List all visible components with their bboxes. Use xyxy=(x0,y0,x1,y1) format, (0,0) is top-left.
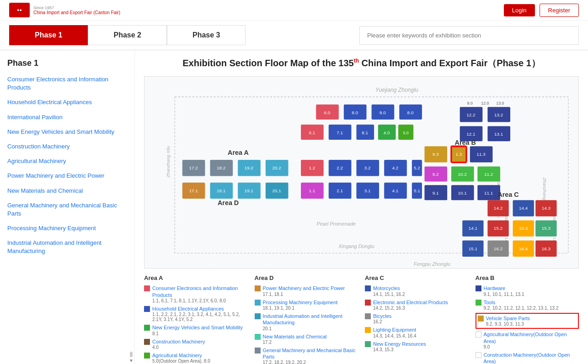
legend-item-construction-a[interactable]: Construction Machinery 4.0 xyxy=(144,338,248,350)
legend-color-new-energy-a xyxy=(144,325,150,331)
legend-text-household: Household Electrical Appliances 1.1, 2.2… xyxy=(152,306,248,322)
legend-item-vehicle-spare[interactable]: Vehicle Spare Parts9.2, 9.3, 10.3, 11.3 xyxy=(476,313,579,329)
svg-text:8.0: 8.0 xyxy=(407,110,414,115)
svg-text:17.2: 17.2 xyxy=(189,165,198,170)
sidebar-scroll-down-arrow[interactable]: ▼ xyxy=(129,358,134,363)
svg-text:12.2: 12.2 xyxy=(466,112,476,117)
legend-area-d: Area D Power Machinery and Electric Powe… xyxy=(255,274,358,364)
legend-item-electronic-c[interactable]: Electronic and Electrical Products14.2, … xyxy=(365,299,469,311)
legend-item-hardware[interactable]: Hardware9.1, 10.1, 11.1, 13.1 xyxy=(476,285,579,296)
sidebar-item-processing-machinery[interactable]: Processing Machinery Equipment xyxy=(7,224,127,232)
svg-text:13.2: 13.2 xyxy=(494,112,503,117)
legend-color-electronic-c xyxy=(365,300,371,306)
legend-item-bicycles[interactable]: Bicycles16.2 xyxy=(365,313,469,324)
legend-color-construction-a xyxy=(144,339,150,345)
sidebar-item-power-machinery[interactable]: Power Machinery and Electric Power xyxy=(7,172,127,180)
legend-color-hardware xyxy=(476,285,481,291)
legend-text-agricultural-a: Agricultural Machinery 5.0(Outdoor Open … xyxy=(152,352,210,364)
legend-item-household[interactable]: Household Electrical Appliances 1.1, 2.2… xyxy=(144,306,248,322)
phase-2-button[interactable]: Phase 2 xyxy=(88,25,166,45)
sidebar-item-construction-machinery[interactable]: Construction Machinery xyxy=(7,142,127,151)
legend-item-motorcycles[interactable]: Motorcycles14.1, 15.1, 16.2 xyxy=(365,285,469,296)
svg-text:8.0: 8.0 xyxy=(352,110,358,115)
svg-text:4.2: 4.2 xyxy=(392,165,399,170)
svg-text:11.2: 11.2 xyxy=(484,172,493,177)
legend-item-materials-d[interactable]: New Materials and Chemical17.2 xyxy=(255,333,358,345)
sidebar-item-general-machinery[interactable]: General Machinery and Mechanical Basic P… xyxy=(7,201,127,218)
sidebar-item-agricultural-machinery[interactable]: Agricultural Machinery xyxy=(7,157,127,165)
legend-area-b: Area B Hardware9.1, 10.1, 11.1, 13.1 Too… xyxy=(476,274,579,364)
legend-color-processing-d xyxy=(255,300,261,306)
svg-text:15.2: 15.2 xyxy=(494,226,503,231)
legend-area-a: Area A Consumer Electronics and Informat… xyxy=(144,274,248,364)
floor-map-svg: Yuejiang Zhonglu Zhanzhang Zhonglu Zhanz… xyxy=(144,76,579,269)
legend-color-power-d xyxy=(255,285,261,291)
search-input[interactable] xyxy=(359,26,579,45)
svg-text:10.1: 10.1 xyxy=(458,190,467,195)
sidebar-item-household[interactable]: Household Electrical Appliances xyxy=(7,98,127,106)
svg-text:1.2: 1.2 xyxy=(309,165,315,170)
svg-text:7.1: 7.1 xyxy=(337,130,343,135)
legend-item-industrial-d[interactable]: Industrial Automation and Intelligent Ma… xyxy=(255,313,358,331)
legend-item-processing-d[interactable]: Processing Machinery Equipment18.1, 19.1… xyxy=(255,299,358,311)
sidebar-item-intl-pavilion[interactable]: International Pavilion xyxy=(7,113,127,121)
legend-item-general-d[interactable]: General Machinery and Mechanical Basic P… xyxy=(255,347,358,364)
sidebar-item-new-energy-vehicles[interactable]: New Energy Vehicles and Smart Mobility xyxy=(7,128,127,136)
svg-text:13.1: 13.1 xyxy=(494,132,503,137)
legend-color-construction-outdoor xyxy=(476,352,481,358)
svg-text:4.1: 4.1 xyxy=(392,188,399,193)
svg-text:Area B: Area B xyxy=(455,139,476,146)
legend-color-vehicle-spare xyxy=(478,316,484,322)
header: ●● Since 1957 China Import and Export Fa… xyxy=(0,0,588,21)
map-title: Exhibition Section Floor Map of the 135t… xyxy=(144,57,579,69)
svg-text:Area A: Area A xyxy=(228,149,249,156)
svg-text:2.2: 2.2 xyxy=(337,165,343,170)
sidebar-item-industrial-automation[interactable]: Industrial Automation and Intelligent Ma… xyxy=(7,239,127,255)
svg-text:20.2: 20.2 xyxy=(272,165,281,170)
legend-text-consumer: Consumer Electronics and Information Pro… xyxy=(152,285,248,303)
legend-area-a-title: Area A xyxy=(144,274,248,281)
legend-color-lighting xyxy=(365,327,371,333)
svg-text:16.4: 16.4 xyxy=(519,246,528,251)
legend-item-consumer[interactable]: Consumer Electronics and Information Pro… xyxy=(144,285,248,303)
legend-area-d-title: Area D xyxy=(255,274,358,281)
header-register-btn[interactable]: Register xyxy=(540,4,579,17)
svg-text:5.1: 5.1 xyxy=(414,188,420,193)
legend-item-new-energy-c[interactable]: New Energy Resources14.3, 15.3 xyxy=(365,341,469,352)
header-login-btn[interactable]: Login xyxy=(504,4,535,16)
logo-text: Since 1957 China Import and Export Fair … xyxy=(33,5,120,15)
sidebar: Phase 1 Consumer Electronics and Informa… xyxy=(0,50,135,364)
sidebar-item-consumer-electronics[interactable]: Consumer Electronics and Information Pro… xyxy=(7,75,127,92)
legend-item-agri-outdoor[interactable]: Agricultural Machinery(Outdoor Open Area… xyxy=(476,331,579,349)
legend-color-agri-outdoor xyxy=(476,332,481,338)
map-superscript: th xyxy=(354,58,359,64)
legend-item-power-d[interactable]: Power Machinery and Electric Power17.1, … xyxy=(255,285,358,296)
svg-text:8.1: 8.1 xyxy=(362,130,368,135)
svg-text:14.1: 14.1 xyxy=(469,226,478,231)
legend-color-general-d xyxy=(255,348,261,353)
svg-text:13.0: 13.0 xyxy=(496,101,504,106)
legend-item-new-energy-a[interactable]: New Energy Vehicles and Smart Mobility 8… xyxy=(144,324,248,336)
svg-text:Area C: Area C xyxy=(497,191,519,198)
sidebar-item-new-materials[interactable]: New Materials and Chemical xyxy=(7,187,127,195)
legend-item-tools[interactable]: Tools9.2, 10.2, 11.2, 12.1, 12.2, 13.1, … xyxy=(476,299,579,311)
svg-text:12.1: 12.1 xyxy=(466,132,476,137)
svg-text:17.1: 17.1 xyxy=(189,188,198,193)
legend-color-motorcycles xyxy=(365,285,371,291)
phase-bar: Phase 1 Phase 2 Phase 3 xyxy=(0,21,588,50)
phase-1-button[interactable]: Phase 1 xyxy=(9,25,88,45)
legend-item-lighting[interactable]: Lighting Equipment14.3, 14.4, 15.4, 16.4 xyxy=(365,327,469,338)
legend-color-agricultural-a xyxy=(144,353,150,359)
legend-item-construction-outdoor[interactable]: Construction Machinery(Outdoor Open Area… xyxy=(476,352,579,364)
phase-3-button[interactable]: Phase 3 xyxy=(167,25,246,45)
svg-text:9.2: 9.2 xyxy=(433,172,439,177)
svg-text:15.1: 15.1 xyxy=(469,246,478,251)
svg-text:Yuejiang Zhonglu: Yuejiang Zhonglu xyxy=(375,87,418,93)
svg-text:8.0: 8.0 xyxy=(380,110,386,115)
legend-area-c-title: Area C xyxy=(365,274,469,281)
svg-text:14.2: 14.2 xyxy=(494,206,503,211)
legend-color-industrial-d xyxy=(255,313,261,319)
legend-color-consumer xyxy=(144,285,150,291)
legend-item-agricultural-a[interactable]: Agricultural Machinery 5.0(Outdoor Open … xyxy=(144,352,248,364)
svg-text:Xingang Donglu: Xingang Donglu xyxy=(338,243,374,249)
